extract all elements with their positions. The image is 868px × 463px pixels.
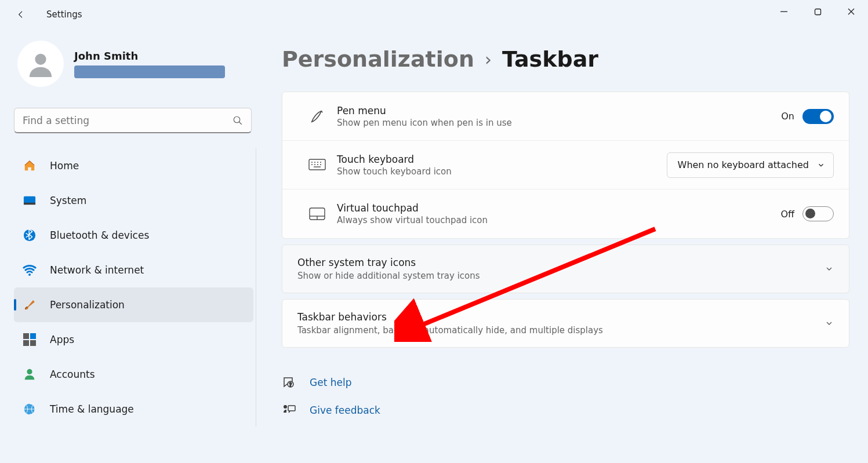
row-title: Touch keyboard [337, 154, 667, 165]
get-help-link[interactable]: ? Get help [282, 369, 849, 396]
row-sub: Always show virtual touchpad icon [337, 215, 780, 225]
brush-icon [22, 297, 37, 312]
user-name: John Smith [74, 50, 225, 62]
system-icon [22, 193, 37, 208]
footer-links: ? Get help Give feedback [282, 369, 849, 424]
row-title: Virtual touchpad [337, 202, 780, 214]
expander-taskbar-behaviors[interactable]: Taskbar behaviors Taskbar alignment, bad… [282, 299, 849, 348]
row-sub: Show pen menu icon when pen is in use [337, 118, 781, 128]
sidebar-item-label: Personalization [50, 299, 125, 311]
breadcrumb-parent[interactable]: Personalization [282, 46, 474, 72]
clock-globe-icon [22, 402, 37, 417]
sidebar-item-system[interactable]: System [14, 183, 253, 218]
sidebar-item-bluetooth[interactable]: Bluetooth & devices [14, 218, 253, 253]
link-label: Give feedback [310, 404, 380, 416]
virtual-touchpad-toggle[interactable] [802, 206, 834, 221]
dropdown-value: When no keyboard attached [678, 159, 809, 170]
search-input[interactable] [14, 108, 252, 133]
chevron-right-icon: › [485, 49, 492, 70]
chevron-down-icon [825, 264, 834, 274]
user-block[interactable]: John Smith [14, 41, 261, 87]
avatar [17, 41, 64, 87]
toggle-state: Off [780, 209, 794, 220]
sidebar-item-apps[interactable]: Apps [14, 322, 253, 357]
sidebar: John Smith Home System Bluetooth & devic… [0, 41, 261, 426]
row-sub: Show touch keyboard icon [337, 166, 667, 177]
row-pen-menu: Pen menu Show pen menu icon when pen is … [282, 92, 849, 141]
close-button[interactable] [834, 0, 868, 23]
settings-card: Pen menu Show pen menu icon when pen is … [282, 92, 849, 239]
svg-point-5 [234, 116, 240, 123]
svg-rect-1 [815, 9, 820, 14]
expander-title: Taskbar behaviors [297, 311, 825, 323]
app-title: Settings [46, 9, 82, 20]
svg-rect-12 [30, 333, 36, 339]
svg-rect-7 [24, 196, 35, 204]
row-virtual-touchpad: Virtual touchpad Always show virtual tou… [282, 189, 849, 238]
touch-keyboard-dropdown[interactable]: When no keyboard attached [667, 152, 834, 178]
svg-point-4 [35, 54, 46, 65]
svg-point-32 [284, 405, 287, 409]
sidebar-item-network[interactable]: Network & internet [14, 253, 253, 287]
chevron-down-icon [817, 161, 825, 169]
svg-point-15 [27, 369, 32, 374]
svg-text:?: ? [289, 382, 292, 388]
pen-menu-toggle[interactable] [802, 109, 834, 124]
help-icon: ? [282, 375, 297, 389]
nav: Home System Bluetooth & devices Network … [14, 148, 256, 426]
sidebar-item-label: Home [50, 160, 79, 172]
keyboard-icon [297, 159, 337, 172]
chevron-down-icon [825, 319, 834, 328]
home-icon [22, 158, 37, 173]
svg-rect-11 [23, 333, 29, 339]
maximize-button[interactable] [801, 0, 834, 23]
row-title: Pen menu [337, 105, 781, 116]
sidebar-item-accounts[interactable]: Accounts [14, 357, 253, 392]
pen-icon [297, 108, 337, 125]
expander-sub: Taskbar alignment, badging, automaticall… [297, 325, 825, 336]
toggle-state: On [781, 111, 794, 122]
sidebar-item-personalization[interactable]: Personalization [14, 287, 253, 322]
sidebar-item-label: Network & internet [50, 264, 144, 276]
svg-point-10 [28, 274, 31, 276]
svg-line-6 [239, 122, 242, 125]
link-label: Get help [310, 377, 351, 388]
back-button[interactable] [16, 10, 26, 19]
sidebar-item-label: System [50, 195, 86, 206]
apps-icon [22, 332, 37, 347]
sidebar-item-label: Accounts [50, 369, 95, 380]
sidebar-item-home[interactable]: Home [14, 148, 253, 183]
minimize-button[interactable] [767, 0, 801, 23]
expander-tray-icons[interactable]: Other system tray icons Show or hide add… [282, 245, 849, 293]
expander-sub: Show or hide additional system tray icon… [297, 271, 825, 281]
expander-title: Other system tray icons [297, 257, 825, 268]
sidebar-item-label: Bluetooth & devices [50, 229, 149, 241]
svg-rect-14 [30, 340, 36, 346]
svg-rect-8 [24, 203, 35, 205]
search-field[interactable] [23, 115, 233, 126]
search-icon [233, 115, 243, 126]
give-feedback-link[interactable]: Give feedback [282, 396, 849, 424]
sidebar-item-time[interactable]: Time & language [14, 392, 253, 426]
svg-rect-13 [23, 340, 29, 346]
touchpad-icon [297, 207, 337, 220]
feedback-icon [282, 403, 297, 417]
titlebar: Settings [0, 0, 868, 29]
row-touch-keyboard: Touch keyboard Show touch keyboard icon … [282, 141, 849, 189]
window-controls [767, 0, 868, 23]
user-email-redacted [74, 65, 225, 78]
sidebar-item-label: Apps [50, 334, 74, 345]
person-icon [22, 367, 37, 382]
breadcrumb-current: Taskbar [502, 46, 598, 72]
wifi-icon [22, 263, 37, 278]
bluetooth-icon [22, 228, 37, 243]
main: Personalization › Taskbar Pen menu Show … [282, 46, 849, 424]
breadcrumb: Personalization › Taskbar [282, 46, 849, 72]
sidebar-item-label: Time & language [50, 403, 134, 415]
svg-rect-33 [288, 406, 295, 411]
